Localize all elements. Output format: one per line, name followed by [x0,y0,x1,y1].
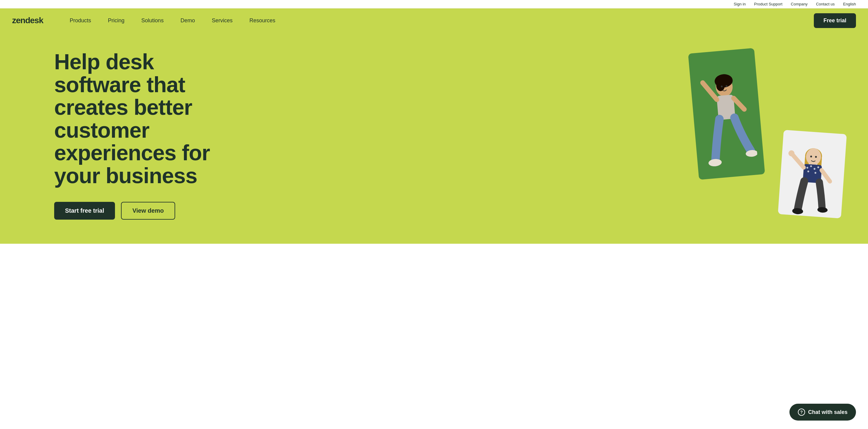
start-free-trial-button[interactable]: Start free trial [54,202,115,220]
utility-bar: Sign in Product Support Company Contact … [0,0,868,8]
language-selector[interactable]: English [843,2,856,6]
svg-line-21 [792,154,805,168]
product-support-link[interactable]: Product Support [754,2,782,6]
contact-us-link[interactable]: Contact us [816,2,835,6]
nav-resources[interactable]: Resources [241,18,284,24]
nav-pricing[interactable]: Pricing [100,18,133,24]
hero-content: Help desk software that creates better c… [54,51,223,220]
svg-line-23 [821,170,831,181]
free-trial-button[interactable]: Free trial [814,13,856,28]
svg-line-5 [734,97,744,110]
nav-links: Products Pricing Solutions Demo Services… [61,18,814,24]
company-link[interactable]: Company [791,2,808,6]
main-nav: zendesk Products Pricing Solutions Demo … [0,8,868,32]
hero-images [675,45,844,225]
hero-title: Help desk software that creates better c… [54,51,223,188]
hero-buttons: Start free trial View demo [54,202,223,220]
nav-services[interactable]: Services [204,18,241,24]
view-demo-button[interactable]: View demo [121,202,175,220]
nav-solutions[interactable]: Solutions [133,18,172,24]
svg-line-4 [703,82,717,101]
sign-in-link[interactable]: Sign in [734,2,746,6]
svg-point-6 [708,159,722,167]
person1-illustration [695,61,759,179]
hero-card-white [778,130,847,219]
person2-illustration [782,142,841,218]
nav-products[interactable]: Products [61,18,100,24]
nav-demo[interactable]: Demo [172,18,204,24]
hero-card-green [688,48,765,180]
bottom-section [0,244,868,268]
hero-section: Help desk software that creates better c… [0,32,868,244]
zendesk-logo[interactable]: zendesk [12,16,43,25]
